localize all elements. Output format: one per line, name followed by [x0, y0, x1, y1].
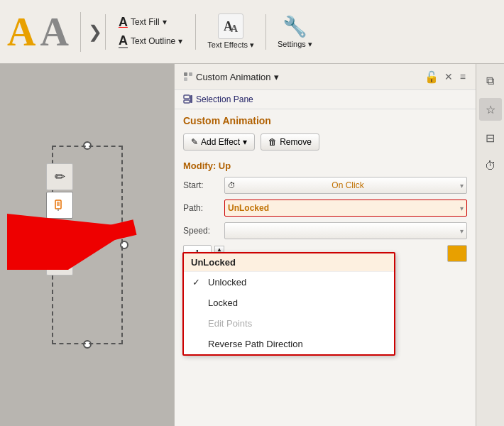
text-outline-button[interactable]: A Text Outline ▾ — [114, 33, 187, 50]
text-outline-label: Text Outline — [131, 36, 175, 46]
trash-icon: 🗑 — [268, 137, 277, 147]
menu-panel-button[interactable]: ≡ — [459, 70, 467, 84]
right-panel: Custom Animation ▾ 🔓 ✕ ≡ Selection Pane … — [174, 64, 504, 426]
letter-a-gold: A — [7, 12, 35, 52]
svg-rect-9 — [184, 95, 190, 99]
divider2 — [195, 14, 196, 50]
color-picker-button[interactable] — [447, 245, 467, 262]
dropdown-item-edit-points: ✓ Edit Points — [184, 313, 394, 334]
divider1 — [105, 14, 106, 50]
lock-icon[interactable]: 🔓 — [424, 70, 439, 84]
clock-small-icon: ⏱ — [228, 181, 236, 190]
settings-label: Settings ▾ — [278, 40, 312, 49]
svg-rect-3 — [55, 236, 65, 239]
path-value: UnLocked — [228, 203, 269, 213]
fill-tool-button[interactable] — [46, 220, 73, 247]
remove-label: Remove — [280, 137, 312, 147]
svg-rect-10 — [184, 100, 190, 103]
path-chevron: ▾ — [460, 204, 464, 212]
letter-a-gray: A — [40, 12, 68, 52]
svg-rect-4 — [55, 257, 65, 267]
frame-tool-button[interactable] — [46, 248, 73, 275]
text-effects-label: Text Effects ▾ — [207, 40, 254, 50]
text-effects-group[interactable]: A A Text Effects ▾ — [199, 11, 263, 53]
svg-rect-7 — [189, 72, 192, 76]
start-select[interactable]: ⏱ On Click ▾ — [224, 177, 467, 194]
text-outline-icon: A — [119, 34, 128, 48]
panel-title-arrow: ▾ — [274, 72, 279, 82]
dropdown-item-reverse-path[interactable]: ✓ Reverse Path Direction — [184, 334, 394, 354]
svg-rect-2 — [55, 200, 61, 209]
speed-row: Speed: ▾ — [175, 219, 476, 242]
text-fill-icon: A — [119, 16, 128, 28]
start-row: Start: ⏱ On Click ▾ — [175, 174, 476, 197]
remove-button[interactable]: 🗑 Remove — [261, 133, 319, 151]
font-preview: A A — [7, 12, 81, 52]
dropdown-unlocked-label: Unlocked — [208, 277, 246, 288]
text-fill-group: A Text Fill ▾ A Text Outline ▾ — [109, 11, 192, 53]
text-fill-button[interactable]: A Text Fill ▾ — [114, 14, 187, 30]
panel-title-text: Custom Animation — [196, 72, 271, 82]
text-fill-label: Text Fill — [131, 17, 160, 27]
path-label: Path: — [183, 203, 219, 213]
expand-arrow[interactable]: ❯ — [88, 22, 102, 42]
canvas-area: ✏ — [0, 64, 174, 426]
selection-pane-link[interactable]: Selection Pane — [175, 90, 476, 109]
add-effect-label: Add Effect — [201, 137, 240, 147]
sidebar-star-icon[interactable]: ☆ — [479, 98, 502, 121]
panel-title: Custom Animation ▾ — [183, 72, 279, 82]
text-effects-icon: A A — [218, 13, 243, 39]
panel-controls: 🔓 ✕ ≡ — [424, 70, 467, 84]
sidebar-filter-icon[interactable]: ⊟ — [479, 126, 502, 149]
draw-tool-button[interactable]: ✏ — [46, 163, 73, 190]
path-select[interactable]: UnLocked ▾ — [224, 200, 467, 217]
dropdown-reverse-path-label: Reverse Path Direction — [208, 339, 303, 349]
path-row: Path: UnLocked ▾ — [175, 197, 476, 219]
sidebar-copy-icon[interactable]: ⧉ — [479, 70, 502, 92]
start-value: On Click — [332, 180, 363, 190]
divider3 — [265, 14, 266, 50]
settings-icon: 🔧 — [283, 15, 307, 38]
start-label: Start: — [183, 180, 219, 190]
add-effect-button[interactable]: ✎ Add Effect ▾ — [183, 133, 255, 151]
panel-main: Custom Animation ▾ 🔓 ✕ ≡ Selection Pane … — [175, 64, 476, 426]
text-outline-arrow: ▾ — [178, 36, 182, 46]
add-effect-arrow: ▾ — [243, 137, 247, 147]
sidebar-clock-icon[interactable]: ⏱ — [479, 155, 502, 178]
panel-header: Custom Animation ▾ 🔓 ✕ ≡ — [175, 64, 476, 90]
svg-rect-6 — [184, 72, 187, 76]
animation-section-title: Custom Animation — [175, 109, 476, 129]
svg-rect-11 — [190, 95, 192, 103]
selection-pane-icon — [183, 94, 193, 104]
check-icon: ✓ — [192, 277, 202, 288]
toolbar: A A ❯ A Text Fill ▾ A Text Outline ▾ A A… — [0, 0, 504, 64]
text-fill-arrow: ▾ — [163, 17, 167, 27]
start-chevron: ▾ — [460, 182, 464, 190]
dropdown-item-unlocked[interactable]: ✓ Unlocked — [184, 272, 394, 293]
svg-text:A: A — [231, 23, 239, 34]
svg-rect-8 — [184, 77, 187, 81]
speed-chevron: ▾ — [460, 227, 464, 235]
dropdown-edit-points-label: Edit Points — [208, 318, 252, 329]
pencil-icon: ✎ — [191, 137, 198, 147]
pen-tool-button[interactable] — [46, 192, 73, 219]
dropdown-locked-label: Locked — [208, 297, 238, 308]
speed-select[interactable]: ▾ — [224, 222, 467, 239]
dropdown-menu: UnLocked ✓ Unlocked ✓ Locked ✓ Edit Poin… — [182, 252, 395, 356]
panel-sidebar: ⧉ ☆ ⊟ ⏱ — [476, 64, 504, 426]
animation-icon — [183, 72, 193, 82]
tool-icons: ✏ — [46, 163, 73, 275]
dropdown-item-locked[interactable]: ✓ Locked — [184, 293, 394, 313]
settings-group[interactable]: 🔧 Settings ▾ — [269, 12, 321, 52]
close-panel-button[interactable]: ✕ — [443, 70, 454, 84]
dropdown-header: UnLocked — [184, 253, 394, 272]
animation-buttons: ✎ Add Effect ▾ 🗑 Remove — [175, 129, 476, 155]
selection-pane-text: Selection Pane — [196, 94, 253, 104]
speed-label: Speed: — [183, 226, 219, 236]
modify-title: Modify: Up — [175, 155, 476, 174]
